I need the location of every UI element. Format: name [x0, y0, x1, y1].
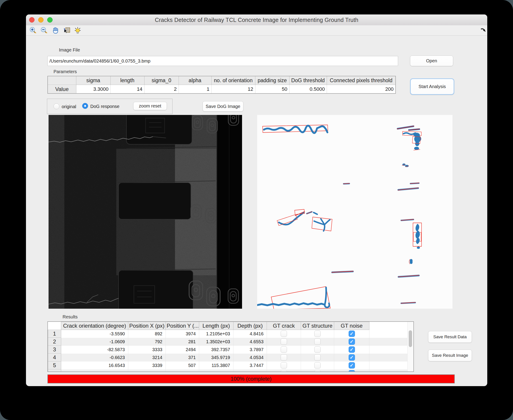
- save-result-data-button[interactable]: Save Result Data: [428, 331, 472, 343]
- titlebar: Cracks Detector of Railway TCL Concrete …: [26, 15, 487, 25]
- cell-pos-y: 3974: [166, 330, 199, 338]
- dog-response-image-panel[interactable]: [49, 115, 242, 309]
- gt-structure-checkbox[interactable]: [314, 330, 321, 337]
- gt-structure-checkbox[interactable]: [314, 346, 321, 353]
- param-corner-cell: [48, 76, 76, 85]
- zoom-out-icon[interactable]: [40, 26, 48, 35]
- table-row: 2 -1.0609 792 281 1.3502e+03 4.6553: [48, 338, 408, 346]
- cell-orientation: -1.0609: [61, 338, 128, 346]
- param-col-length: length: [111, 76, 144, 85]
- gt-structure-checkbox[interactable]: [314, 362, 321, 368]
- col-length: Length (px): [199, 322, 233, 330]
- cell-length: 1.3502e+03: [199, 338, 233, 346]
- gt-crack-checkbox[interactable]: [281, 338, 287, 345]
- detection-result-panel[interactable]: [257, 115, 453, 309]
- progress-text: 100% (complete): [230, 376, 271, 382]
- param-col-dog-threshold: DoG threshold: [289, 76, 327, 85]
- cell-pos-y: 2494: [166, 346, 199, 354]
- gt-structure-checkbox[interactable]: [314, 354, 321, 361]
- col-gt-structure: GT structure: [301, 322, 334, 330]
- cell-pos-y: 507: [166, 361, 199, 369]
- pan-hand-icon[interactable]: [52, 26, 59, 35]
- gt-crack-checkbox[interactable]: [281, 346, 287, 353]
- cell-pos-y: 281: [166, 338, 199, 346]
- gt-crack-checkbox[interactable]: [281, 354, 287, 361]
- image-path-field[interactable]: [47, 56, 398, 66]
- gt-crack-checkbox[interactable]: [281, 362, 287, 368]
- open-button[interactable]: Open: [410, 56, 453, 66]
- col-position-x: Position X (px): [128, 322, 166, 330]
- gt-structure-checkbox[interactable]: [314, 338, 321, 345]
- parameters-label: Parameters: [53, 69, 77, 74]
- col-crack-orientation: Crack orientation (degree): [61, 322, 128, 330]
- cell-depth: 4.8416: [233, 330, 267, 338]
- cell-orientation: 16.6543: [61, 361, 128, 369]
- param-value-dog-threshold[interactable]: 0.5000: [289, 85, 327, 94]
- param-value-sigma[interactable]: 3.3000: [76, 85, 111, 94]
- dock-window-icon[interactable]: [480, 27, 487, 36]
- radio-original[interactable]: [53, 103, 59, 109]
- param-col-sigma0: sigma_0: [144, 76, 178, 85]
- gt-structure-checkbox[interactable]: [314, 370, 321, 372]
- param-col-connected: Connected pixels threshold: [327, 76, 396, 85]
- results-scrollbar[interactable]: [407, 322, 413, 371]
- cell-pos-x: 792: [128, 338, 166, 346]
- param-value-alpha[interactable]: 1: [178, 85, 211, 94]
- gt-noise-checkbox[interactable]: [349, 338, 355, 345]
- cell-length: 392.7357: [199, 346, 233, 354]
- minimize-button[interactable]: [38, 17, 44, 22]
- param-value-padding[interactable]: 50: [255, 85, 289, 94]
- zoom-reset-button[interactable]: zoom reset: [133, 102, 167, 110]
- gt-noise-checkbox[interactable]: [349, 346, 355, 353]
- param-col-alpha: alpha: [178, 76, 211, 85]
- radio-original-label: original: [62, 104, 76, 109]
- results-label: Results: [63, 314, 78, 320]
- cell-length: 115.3807: [199, 361, 233, 369]
- save-result-image-button[interactable]: Save Result Image: [428, 350, 472, 361]
- table-row: 1 -3.5590 892 3974 1.2105e+03 4.8416: [48, 330, 408, 338]
- gt-noise-checkbox[interactable]: [349, 330, 355, 337]
- zoom-in-icon[interactable]: [29, 26, 37, 35]
- light-bulb-icon[interactable]: [74, 26, 82, 35]
- progress-bar: 100% (complete): [47, 374, 455, 383]
- maximize-button[interactable]: [47, 17, 53, 22]
- param-value-connected[interactable]: 200: [327, 85, 396, 94]
- cell-orientation: -3.5590: [61, 330, 128, 338]
- param-value-orientation[interactable]: 12: [211, 85, 255, 94]
- param-value-sigma0[interactable]: 2: [144, 85, 178, 94]
- start-analysis-button[interactable]: Start Analysis: [410, 78, 454, 95]
- row-number: 2: [48, 338, 61, 346]
- scrollbar-thumb[interactable]: [409, 330, 412, 347]
- param-col-orientation: no. of orientation: [211, 76, 255, 85]
- row-number: 3: [48, 346, 61, 354]
- gt-noise-checkbox[interactable]: [349, 362, 355, 368]
- gt-noise-checkbox[interactable]: [349, 354, 355, 361]
- cell-depth: 4.6553: [233, 338, 267, 346]
- gt-crack-checkbox[interactable]: [281, 370, 287, 372]
- results-corner-cell: [48, 322, 61, 330]
- image-file-label: Image File: [59, 47, 80, 52]
- gt-noise-checkbox[interactable]: [349, 370, 355, 372]
- parameters-table: sigma length sigma_0 alpha no. of orient…: [47, 76, 396, 94]
- cell-depth: 4.0534: [233, 354, 267, 361]
- table-row-partial: [48, 369, 408, 372]
- table-row: 4 -0.6623 3214 371 345.9719 4.0534: [48, 354, 408, 361]
- traffic-lights: [29, 15, 53, 25]
- cell-pos-x: 3333: [128, 346, 166, 354]
- radio-dog-response[interactable]: [82, 103, 88, 109]
- radio-dog-response-label: DoG response: [90, 104, 119, 109]
- cell-orientation: -82.5873: [61, 346, 128, 354]
- cell-depth: 3.7897: [233, 346, 267, 354]
- close-button[interactable]: [29, 17, 35, 22]
- col-depth: Depth (px): [233, 322, 267, 330]
- save-dog-image-button[interactable]: Save DoG Image: [202, 101, 243, 112]
- gt-crack-checkbox[interactable]: [281, 330, 287, 337]
- cell-pos-y: 371: [166, 354, 199, 361]
- col-gt-crack: GT crack: [267, 322, 301, 330]
- results-table: Crack orientation (degree) Position X (p…: [47, 321, 414, 372]
- data-cursor-icon[interactable]: [63, 26, 71, 35]
- param-value-length[interactable]: 14: [111, 85, 144, 94]
- col-position-y: Position Y (...: [166, 322, 199, 330]
- cell-orientation: -0.6623: [61, 354, 128, 361]
- table-row: 5 16.6543 3339 507 115.3807 3.7447: [48, 361, 408, 369]
